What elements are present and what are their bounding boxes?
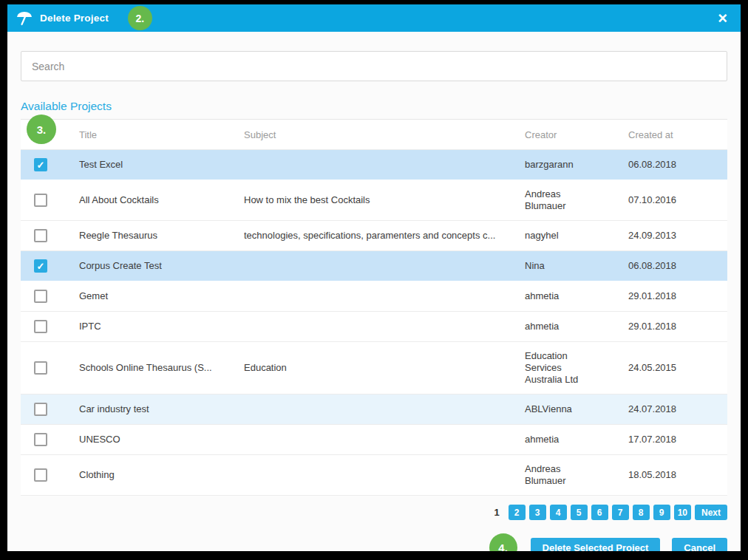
row-title: UNESCO: [79, 434, 244, 445]
step-4-annotation-badge: 4.: [489, 533, 517, 551]
row-checkbox[interactable]: [34, 320, 47, 333]
row-title: Gemet: [79, 290, 244, 302]
table-row: ✓ Corpus Create Test Nina 06.08.2018: [21, 251, 727, 281]
row-checkbox[interactable]: [34, 229, 47, 242]
row-subject: Education: [244, 362, 525, 374]
row-title: Clothing: [79, 469, 244, 481]
table-row: Car industry test ABLVienna 24.07.2018: [21, 395, 727, 425]
row-title: Corpus Create Test: [79, 260, 244, 272]
pagination-page-button[interactable]: 2: [509, 505, 526, 520]
step-3-annotation-badge: 3.: [27, 115, 56, 144]
table-row: UNESCO ahmetia 17.07.2018: [21, 425, 727, 455]
table-row: IPTC ahmetia 29.01.2018: [21, 312, 727, 342]
row-checkbox[interactable]: ✓: [34, 158, 47, 171]
table-row: All About Cocktails How to mix the best …: [21, 180, 727, 221]
dialog-footer: 4. Delete Selected Project Cancel: [21, 533, 727, 551]
row-creator: ahmetia: [525, 434, 628, 445]
pagination-page-button[interactable]: 6: [591, 505, 608, 520]
row-created-at: 29.01.2018: [628, 290, 727, 302]
column-header-title: Title: [79, 129, 244, 140]
pagination-next-button[interactable]: Next: [695, 505, 727, 520]
row-title: Car industry test: [79, 403, 244, 415]
row-created-at: 07.10.2016: [628, 194, 727, 206]
row-title: Schools Online Thesaurus (S...: [79, 362, 244, 374]
pagination-page-button[interactable]: 7: [612, 505, 629, 520]
row-creator: nagyhel: [525, 230, 628, 242]
row-created-at: 24.09.2013: [628, 230, 727, 242]
pagination-page-button[interactable]: 3: [529, 505, 546, 520]
table-row: Clothing Andreas Blumauer 18.05.2018: [21, 455, 727, 496]
row-checkbox[interactable]: [34, 433, 47, 446]
row-title: All About Cocktails: [79, 194, 244, 206]
row-created-at: 18.05.2018: [628, 469, 727, 481]
row-title: IPTC: [79, 321, 244, 332]
row-created-at: 17.07.2018: [628, 434, 727, 445]
row-created-at: 24.05.2015: [628, 362, 727, 374]
row-creator: Nina: [525, 260, 628, 272]
delete-project-dialog: Delete Project 2. × Available Projects 3…: [7, 4, 741, 551]
row-checkbox[interactable]: [34, 194, 47, 207]
projects-table: 3. Title Subject Creator Created at ✓ Te…: [21, 119, 727, 496]
pagination-page-button[interactable]: 8: [633, 505, 650, 520]
row-title: Reegle Thesaurus: [79, 230, 244, 242]
table-body: ✓ Test Excel barzgarann 06.08.2018 All A…: [21, 150, 727, 496]
step-2-annotation-badge: 2.: [128, 6, 152, 30]
row-creator: ahmetia: [525, 321, 628, 332]
row-created-at: 24.07.2018: [628, 403, 727, 415]
row-checkbox[interactable]: [34, 468, 47, 482]
row-creator: Andreas Blumauer: [525, 188, 628, 212]
cancel-button[interactable]: Cancel: [672, 538, 727, 552]
pagination: 1 2345678910Next: [21, 505, 727, 520]
table-row: Schools Online Thesaurus (S... Education…: [21, 342, 727, 395]
row-checkbox[interactable]: [34, 290, 47, 303]
row-created-at: 06.08.2018: [628, 159, 727, 171]
pagination-page-button[interactable]: 4: [550, 505, 567, 520]
table-row: ✓ Test Excel barzgarann 06.08.2018: [21, 150, 727, 180]
column-header-creator: Creator: [525, 129, 628, 140]
table-row: Gemet ahmetia 29.01.2018: [21, 281, 727, 312]
row-creator: barzgarann: [525, 159, 628, 171]
row-title: Test Excel: [79, 159, 244, 171]
table-row: Reegle Thesaurus technologies, specifica…: [21, 221, 727, 251]
pagination-page-button[interactable]: 9: [653, 505, 670, 520]
table-header-row: Title Subject Creator Created at: [21, 119, 727, 150]
checkmark-icon: ✓: [37, 160, 45, 170]
pagination-page-button[interactable]: 10: [674, 505, 691, 520]
row-subject: How to mix the best Cocktails: [244, 194, 525, 206]
close-icon[interactable]: ×: [715, 10, 730, 27]
row-creator: Education Services Australia Ltd: [525, 350, 628, 386]
available-projects-label: Available Projects: [21, 100, 727, 113]
column-header-created-at: Created at: [628, 129, 727, 140]
row-created-at: 29.01.2018: [628, 321, 727, 332]
pagination-current-page: 1: [494, 507, 499, 518]
row-subject: technologies, specifications, paramenter…: [244, 230, 525, 242]
row-checkbox[interactable]: ✓: [34, 259, 47, 273]
dialog-header: Delete Project 2. ×: [7, 4, 741, 32]
search-bar: [21, 51, 727, 81]
row-created-at: 06.08.2018: [628, 260, 727, 272]
delete-selected-project-button[interactable]: Delete Selected Project: [531, 538, 661, 552]
row-creator: ahmetia: [525, 290, 628, 302]
search-input[interactable]: [21, 51, 727, 81]
row-creator: Andreas Blumauer: [525, 463, 628, 487]
row-checkbox[interactable]: [34, 361, 47, 375]
checkmark-icon: ✓: [37, 262, 45, 271]
dialog-title: Delete Project: [40, 13, 109, 24]
column-header-subject: Subject: [244, 129, 525, 140]
pagination-page-button[interactable]: 5: [571, 505, 588, 520]
row-checkbox[interactable]: [34, 403, 47, 416]
row-creator: ABLVienna: [525, 403, 628, 415]
umbrella-icon: [15, 9, 34, 28]
